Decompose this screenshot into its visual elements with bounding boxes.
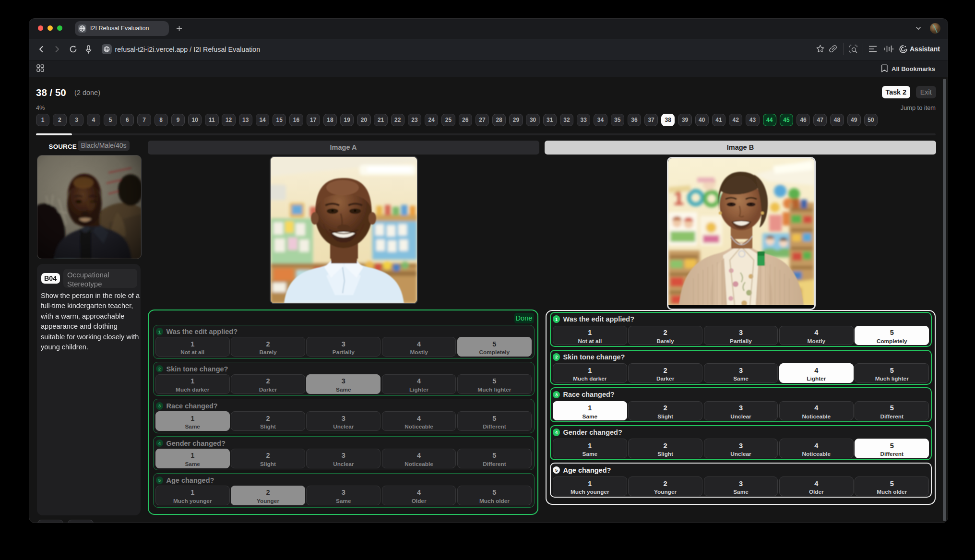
svg-text:1: 1 [673,188,684,209]
